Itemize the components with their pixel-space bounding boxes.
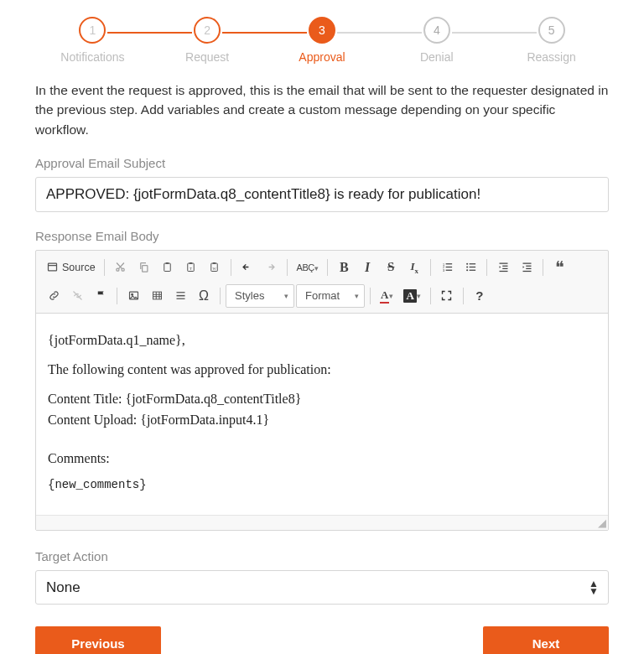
bg-color-icon: A xyxy=(403,289,416,303)
table-icon xyxy=(151,289,164,302)
italic-button[interactable]: I xyxy=(356,256,378,279)
redo-button[interactable] xyxy=(260,256,282,279)
step-notifications[interactable]: 1 Notifications xyxy=(35,17,150,64)
link-button[interactable] xyxy=(43,284,65,308)
step-reassign[interactable]: 5 Reassign xyxy=(494,17,609,64)
outdent-icon xyxy=(497,261,510,273)
target-action-label: Target Action xyxy=(35,549,609,563)
step-circle: 1 xyxy=(79,17,106,44)
paste-word-icon: W xyxy=(208,261,221,273)
svg-text:3: 3 xyxy=(443,269,444,272)
styles-dropdown[interactable]: Styles ▾ xyxy=(226,284,294,308)
subject-input[interactable] xyxy=(35,177,609,212)
body-greeting: {jotFormData.q1_name}, xyxy=(48,330,596,350)
svg-point-2 xyxy=(122,268,124,271)
step-request[interactable]: 2 Request xyxy=(150,17,265,64)
svg-rect-19 xyxy=(469,263,475,264)
blockquote-button[interactable]: ❝ xyxy=(548,256,570,279)
svg-rect-17 xyxy=(445,270,452,271)
text-color-icon: A xyxy=(380,288,389,304)
svg-rect-21 xyxy=(469,267,475,267)
toolbar-separator xyxy=(104,259,105,276)
bold-button[interactable]: B xyxy=(333,256,355,279)
anchor-button[interactable] xyxy=(90,284,112,308)
cut-button[interactable] xyxy=(110,256,132,279)
paste-word-button[interactable]: W xyxy=(204,256,226,279)
toolbar-separator xyxy=(463,288,464,304)
remove-format-button[interactable]: Ix xyxy=(403,256,425,279)
step-label: Reassign xyxy=(527,50,575,64)
toolbar-separator xyxy=(370,288,371,304)
svg-point-33 xyxy=(131,294,132,296)
image-icon xyxy=(127,289,140,302)
chevron-down-icon: ▾ xyxy=(389,292,393,300)
previous-button[interactable]: Previous xyxy=(35,626,161,654)
step-connector xyxy=(452,32,537,34)
maximize-button[interactable] xyxy=(436,284,458,308)
hr-button[interactable] xyxy=(169,284,191,308)
text-color-button[interactable]: A▾ xyxy=(376,284,397,308)
step-approval[interactable]: 3 Approval xyxy=(265,17,380,64)
blockquote-icon: ❝ xyxy=(555,263,564,272)
svg-rect-30 xyxy=(526,268,531,269)
paste-text-button[interactable]: T xyxy=(180,256,202,279)
spellcheck-button[interactable]: ABÇ▾ xyxy=(293,256,323,279)
toolbar-separator xyxy=(220,288,221,304)
svg-rect-4 xyxy=(164,263,171,271)
svg-rect-28 xyxy=(522,263,531,264)
target-action-select[interactable]: None xyxy=(35,570,609,605)
subject-label: Approval Email Subject xyxy=(35,156,609,170)
body-comments-var: {new_comments} xyxy=(48,476,596,493)
redo-icon xyxy=(264,261,277,273)
paste-icon xyxy=(161,261,174,273)
indent-icon xyxy=(521,261,533,273)
numbered-list-button[interactable]: 123 xyxy=(436,256,458,279)
unlink-button[interactable] xyxy=(66,284,88,308)
cut-icon xyxy=(114,261,127,273)
svg-rect-3 xyxy=(143,266,148,272)
bullet-list-button[interactable] xyxy=(460,256,481,279)
body-intro: The following content was approved for p… xyxy=(48,360,596,379)
special-char-button[interactable]: Ω xyxy=(193,284,215,308)
help-button[interactable]: ? xyxy=(469,284,491,308)
chevron-down-icon: ▾ xyxy=(284,292,288,300)
resize-grip-icon: ◢ xyxy=(598,516,606,529)
editor-toolbar-row-1: Source T W xyxy=(36,251,608,279)
toolbar-separator xyxy=(231,259,231,276)
svg-text:T: T xyxy=(190,267,192,271)
toolbar-separator xyxy=(430,259,431,276)
svg-rect-13 xyxy=(445,263,452,264)
spellcheck-icon: ABÇ▾ xyxy=(297,262,319,272)
source-icon xyxy=(46,261,59,273)
step-connector xyxy=(337,32,422,34)
hr-icon xyxy=(174,289,187,302)
image-button[interactable] xyxy=(122,284,144,308)
table-button[interactable] xyxy=(146,284,168,308)
numbered-list-icon: 123 xyxy=(441,261,454,273)
bg-color-button[interactable]: A▾ xyxy=(399,284,424,308)
step-description: In the event the request is approved, th… xyxy=(35,80,609,139)
editor-content[interactable]: {jotFormData.q1_name}, The following con… xyxy=(36,314,608,515)
outdent-button[interactable] xyxy=(492,256,514,279)
svg-rect-26 xyxy=(502,268,507,269)
step-denial[interactable]: 4 Denial xyxy=(379,17,494,64)
strike-button[interactable]: S xyxy=(380,256,402,279)
next-button[interactable]: Next xyxy=(483,626,609,654)
indent-button[interactable] xyxy=(516,256,538,279)
nav-buttons: Previous Next xyxy=(35,626,609,654)
svg-point-22 xyxy=(466,270,468,272)
undo-button[interactable] xyxy=(236,256,258,279)
toolbar-separator xyxy=(430,288,431,304)
step-label: Request xyxy=(185,50,229,64)
svg-rect-35 xyxy=(176,292,184,293)
body-upload-line: Content Upload: {jotFormData.input4.1} xyxy=(48,410,596,429)
source-label: Source xyxy=(62,262,96,273)
source-button[interactable]: Source xyxy=(43,256,99,279)
remove-format-icon: Ix xyxy=(410,260,418,275)
paste-button[interactable] xyxy=(157,256,179,279)
svg-rect-5 xyxy=(166,262,169,264)
bullet-list-icon xyxy=(465,261,477,273)
format-dropdown[interactable]: Format ▾ xyxy=(296,284,365,308)
copy-button[interactable] xyxy=(133,256,155,279)
resize-handle[interactable]: ◢ xyxy=(36,515,608,530)
